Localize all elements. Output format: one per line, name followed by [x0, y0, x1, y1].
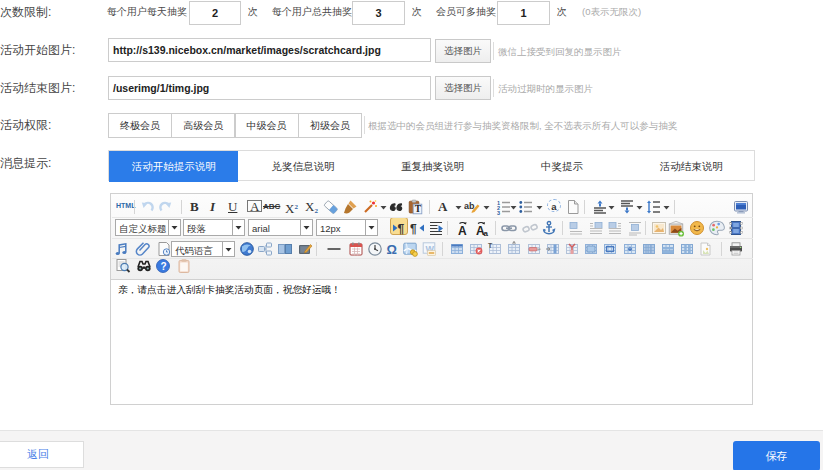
svg-text:¶: ¶ [410, 221, 417, 235]
svg-text:a: a [484, 228, 489, 236]
svg-text:?: ? [161, 260, 167, 271]
svg-text:3: 3 [497, 210, 500, 215]
svg-text:T: T [415, 204, 422, 214]
svg-text:A: A [458, 223, 467, 236]
svg-text:Ω: Ω [386, 242, 396, 257]
svg-text:¶: ¶ [398, 221, 405, 235]
svg-text:T: T [488, 242, 493, 249]
